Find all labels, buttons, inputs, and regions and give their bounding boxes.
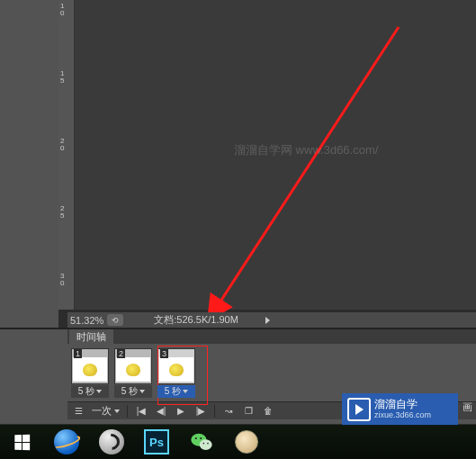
document-size: 文档:526.5K/1.90M [154, 313, 238, 327]
delay-label: 5 秒 [78, 385, 94, 398]
taskbar-photoshop[interactable]: Ps [139, 427, 175, 457]
banner-subtitle: zixue.3d66.com [374, 410, 431, 420]
lemon-icon [83, 364, 97, 376]
delay-label: 5 秒 [165, 385, 181, 398]
windows-icon [14, 434, 30, 450]
ruler-tick: 2 5 [60, 205, 64, 220]
svg-point-6 [207, 443, 209, 445]
frame-delay[interactable]: 5 秒 [71, 385, 109, 398]
duplicate-frame-icon[interactable]: ❐ [242, 405, 255, 418]
caret-down-icon [183, 390, 188, 393]
ruler-tick: 3 0 [60, 273, 64, 287]
taskbar-app[interactable] [94, 427, 130, 457]
view-rotate-icon[interactable]: ⟲ [107, 314, 123, 326]
loop-label: 一次 [92, 404, 112, 418]
photoshop-icon: Ps [144, 429, 169, 454]
first-frame-icon[interactable]: |◀ [135, 405, 148, 418]
ruler-vertical: 1 0 1 5 2 0 2 5 3 0 [58, 0, 75, 310]
banner-title: 溜溜自学 [374, 399, 431, 410]
svg-point-3 [195, 437, 197, 439]
menu-icon[interactable]: ☰ [72, 405, 85, 418]
browser-icon [54, 429, 79, 454]
wechat-icon [189, 429, 214, 454]
frame-number: 3 [160, 349, 168, 358]
caret-down-icon [139, 390, 145, 393]
lemon-icon [169, 364, 184, 376]
disc-icon [235, 430, 258, 454]
frame-number: 2 [117, 349, 125, 358]
next-frame-icon[interactable]: |▶ [194, 405, 207, 418]
taskbar-app-2[interactable] [229, 427, 265, 457]
delete-frame-icon[interactable]: 🗑 [262, 405, 274, 418]
canvas[interactable] [58, 0, 476, 310]
panel-left-strip [0, 0, 58, 328]
taskbar: Ps [0, 425, 476, 459]
taskbar-browser[interactable] [49, 427, 85, 457]
lemon-icon [126, 364, 140, 376]
frame-number: 1 [74, 349, 82, 358]
frame-delay[interactable]: 5 秒 [157, 385, 195, 398]
svg-point-2 [200, 439, 212, 450]
separator [127, 405, 128, 418]
svg-point-5 [202, 443, 204, 445]
frame-thumbnail [159, 357, 193, 382]
frame-thumbnail [73, 357, 107, 382]
play-badge-icon [347, 398, 371, 421]
ruler-tick: 1 5 [60, 70, 64, 85]
status-expand-icon[interactable] [265, 317, 270, 324]
ruler-tick: 2 0 [60, 138, 64, 152]
caret-down-icon [114, 410, 120, 413]
tab-timeline[interactable]: 时间轴 [69, 329, 113, 344]
tween-icon[interactable]: ↝ [222, 405, 235, 418]
frames-row: 1 2 3 [67, 344, 476, 385]
play-icon[interactable]: ▶ [175, 405, 187, 418]
caret-down-icon [96, 390, 102, 393]
quality-label: 画 [463, 400, 472, 414]
status-bar: 51.32% ⟲ 文档:526.5K/1.90M [67, 312, 476, 328]
panel-left-fill [0, 329, 67, 424]
delay-label: 5 秒 [121, 385, 138, 398]
timeline-frame[interactable]: 1 [71, 348, 109, 384]
ruler-tick: 1 0 [60, 3, 64, 17]
timeline-frame[interactable]: 3 [157, 348, 195, 384]
taskbar-wechat[interactable] [184, 427, 220, 457]
loop-select[interactable]: 一次 [92, 404, 120, 418]
separator [214, 405, 215, 418]
zoom-value[interactable]: 51.32% [70, 315, 103, 326]
swirl-icon [99, 429, 124, 454]
frame-delay[interactable]: 5 秒 [114, 385, 152, 398]
tutorial-banner[interactable]: 溜溜自学 zixue.3d66.com [342, 393, 458, 426]
timeline-frame[interactable]: 2 [114, 348, 152, 384]
prev-frame-icon[interactable]: ◀| [155, 405, 167, 418]
svg-point-4 [200, 437, 202, 439]
start-button[interactable] [4, 427, 40, 457]
tab-row: 时间轴 [67, 329, 476, 344]
frame-thumbnail [116, 357, 150, 382]
